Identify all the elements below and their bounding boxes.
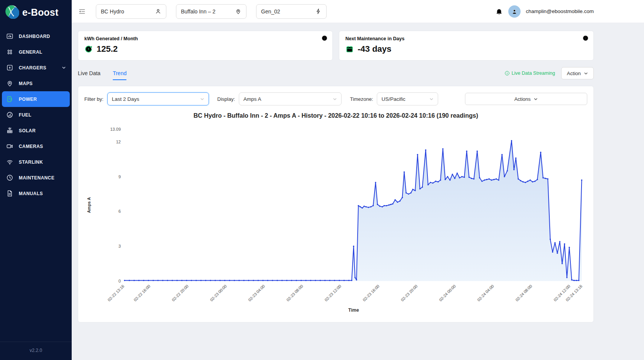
chart-point [258, 280, 259, 281]
maintenance-card-title: Next Maintenance in Days [345, 36, 587, 41]
chart-point [422, 186, 423, 187]
main-column: BC Hydro Buffalo Inn – 2 Gen_02 [72, 0, 644, 360]
y-tick-label: 12 [116, 140, 121, 144]
kwh-generated-card: kWh Generated / Month 125.2 [78, 31, 333, 61]
app-root: e-Boost DASHBOARD GENERAL CHARGERS [0, 0, 644, 360]
tab-live-data[interactable]: Live Data [78, 68, 100, 79]
chart-point [196, 280, 197, 281]
x-tick-label: 02-22 16:00 [133, 284, 151, 302]
chart-point [496, 178, 497, 179]
chart-point [484, 179, 485, 181]
chart-point [534, 181, 536, 182]
sidebar-item-general[interactable]: GENERAL [0, 44, 72, 60]
chart-point [379, 205, 380, 207]
chart-point [440, 179, 441, 181]
sidebar-item-manuals[interactable]: MANUALS [0, 186, 72, 201]
chart-point [491, 179, 492, 181]
chart-point [361, 207, 363, 209]
sidebar-item-maps[interactable]: MAPS [0, 76, 72, 91]
info-icon[interactable] [582, 35, 589, 41]
sidebar-item-label: CAMERAS [19, 144, 43, 149]
trend-chart[interactable]: 03691213.0902-22 13:1602-22 16:0002-22 2… [84, 121, 587, 314]
chart-point [373, 205, 374, 206]
chart-point [571, 279, 572, 280]
info-icon[interactable] [321, 35, 328, 41]
sidebar-item-dashboard[interactable]: DASHBOARD [0, 28, 72, 44]
chart-point [277, 280, 278, 281]
chart-point [425, 150, 426, 151]
y-axis-label: Amps A [87, 197, 91, 213]
chart-point [427, 184, 429, 185]
chart-point [143, 280, 144, 281]
general-icon [6, 48, 13, 56]
y-tick-label: 6 [118, 209, 121, 214]
sidebar-item-label: FUEL [19, 112, 31, 118]
sidebar-collapse-icon[interactable] [78, 7, 86, 16]
chart-point [520, 180, 521, 181]
organization-select[interactable]: BC Hydro [96, 4, 166, 19]
display-select[interactable]: Amps A [239, 92, 342, 105]
chart-point [399, 201, 401, 202]
chart-point [305, 280, 306, 281]
chart-point [191, 280, 192, 281]
chart-point [404, 171, 405, 173]
brand-logo[interactable]: e-Boost [0, 0, 72, 25]
sidebar-item-label: MANUALS [19, 191, 43, 196]
chart-point [445, 179, 446, 180]
filter-by-select[interactable]: Last 2 Days [107, 92, 209, 105]
action-button[interactable]: Action [561, 67, 594, 79]
sidebar-item-power[interactable]: POWER [2, 91, 70, 107]
chart-point [262, 280, 263, 281]
chevron-down-icon [62, 66, 66, 70]
chart-point [339, 280, 340, 281]
user-avatar[interactable] [508, 5, 521, 18]
charger-icon [6, 64, 13, 72]
location-pin-icon [235, 8, 242, 15]
sidebar-item-label: STARLINK [19, 159, 43, 165]
chart-point [167, 280, 168, 281]
header-right: champlin@eboostmobile.com [495, 5, 594, 18]
y-tick-label: 9 [118, 174, 121, 179]
filter-by-label: Filter by: [84, 96, 104, 102]
streaming-label: Live Data Streaming [512, 71, 555, 76]
chart-point [578, 280, 579, 281]
chart-point [568, 247, 570, 248]
chart-point [291, 280, 292, 281]
chart-point [162, 280, 163, 281]
sidebar-item-maintenance[interactable]: MAINTENANCE [0, 170, 72, 186]
sidebar-nav: DASHBOARD GENERAL CHARGERS [0, 28, 72, 201]
chart-point [243, 280, 245, 281]
chart-point [529, 179, 531, 181]
notifications-bell-icon[interactable] [495, 8, 503, 15]
sidebar-item-fuel[interactable]: FUEL [0, 107, 72, 123]
chart-point [486, 179, 487, 180]
top-header: BC Hydro Buffalo Inn – 2 Gen_02 [72, 0, 644, 23]
chart-point [238, 280, 240, 281]
sidebar-item-starlink[interactable]: STARLINK [0, 154, 72, 170]
site-select[interactable]: Buffalo Inn – 2 [176, 4, 246, 19]
chart-point [452, 174, 453, 175]
tab-trend[interactable]: Trend [113, 68, 127, 79]
tabs-row: Live Data Trend Live Data Streaming Acti… [78, 66, 594, 81]
user-icon [155, 8, 161, 15]
chart-point [310, 280, 311, 281]
actions-button[interactable]: Actions [465, 93, 587, 105]
device-select[interactable]: Gen_02 [256, 4, 327, 19]
sidebar-item-cameras[interactable]: CAMERAS [0, 138, 72, 154]
timezone-select[interactable]: US/Pacific [377, 92, 438, 105]
sidebar-item-solar[interactable]: SOLAR [0, 123, 72, 138]
stat-cards-row: kWh Generated / Month 125.2 Next Mainten… [78, 31, 594, 61]
kwh-card-title: kWh Generated / Month [84, 36, 326, 41]
wifi-icon [6, 158, 13, 166]
power-icon [6, 95, 13, 103]
chart-point [267, 280, 268, 281]
chart-point [296, 280, 297, 281]
chart-point [402, 197, 403, 198]
chart-point [360, 206, 361, 207]
chart-point [368, 207, 369, 208]
sidebar-item-chargers[interactable]: CHARGERS [0, 60, 72, 76]
chart-point [493, 179, 495, 180]
chart-point [476, 151, 478, 152]
display-select-value: Amps A [243, 96, 261, 102]
chart-point [447, 176, 448, 177]
